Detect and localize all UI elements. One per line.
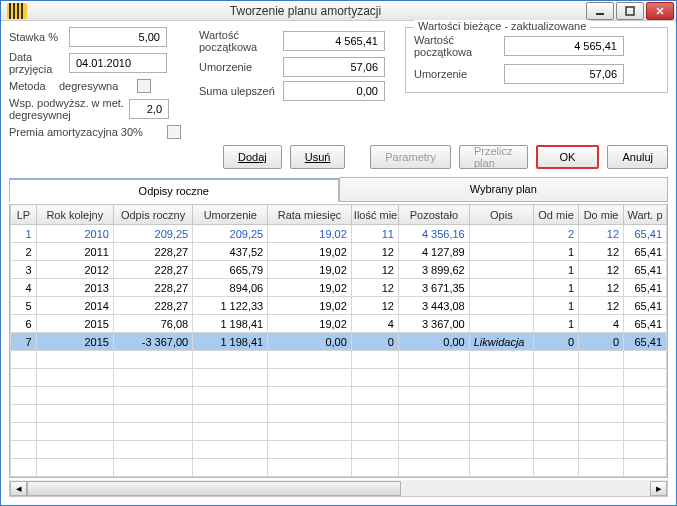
- add-button[interactable]: Dodaj: [223, 145, 282, 169]
- cell[interactable]: 1: [534, 297, 579, 315]
- coef-input[interactable]: 2,0: [129, 99, 169, 119]
- cell[interactable]: 1 122,33: [193, 297, 268, 315]
- cell[interactable]: 65,41: [624, 279, 667, 297]
- cell[interactable]: 0: [351, 333, 398, 351]
- cell[interactable]: 1: [534, 243, 579, 261]
- cell[interactable]: 19,02: [268, 297, 352, 315]
- cell[interactable]: 4 127,89: [398, 243, 469, 261]
- cell[interactable]: 228,27: [113, 243, 192, 261]
- close-button[interactable]: [646, 2, 674, 20]
- cell[interactable]: 5: [11, 297, 37, 315]
- tab-annual[interactable]: Odpisy roczne: [9, 178, 339, 202]
- cell[interactable]: 4: [579, 315, 624, 333]
- cell[interactable]: 12: [579, 225, 624, 243]
- cell[interactable]: 1: [534, 315, 579, 333]
- cell[interactable]: 0,00: [398, 333, 469, 351]
- cell[interactable]: 2015: [36, 333, 113, 351]
- cell[interactable]: 65,41: [624, 261, 667, 279]
- cell[interactable]: 0: [534, 333, 579, 351]
- cell[interactable]: 65,41: [624, 315, 667, 333]
- method-checkbox[interactable]: [137, 79, 151, 93]
- cell[interactable]: 76,08: [113, 315, 192, 333]
- cell[interactable]: 65,41: [624, 333, 667, 351]
- date-input[interactable]: 04.01.2010: [69, 53, 167, 73]
- tab-selected[interactable]: Wybrany plan: [339, 177, 669, 201]
- cell[interactable]: 2: [11, 243, 37, 261]
- cell[interactable]: 4 356,16: [398, 225, 469, 243]
- amortization-table[interactable]: LPRok kolejnyOdpis rocznyUmorzenieRata m…: [10, 204, 667, 477]
- ok-button[interactable]: OK: [536, 145, 600, 169]
- table-row[interactable]: 42013228,27894,0619,02123 671,3511265,41: [11, 279, 667, 297]
- cell[interactable]: 3 367,00: [398, 315, 469, 333]
- cell[interactable]: Likwidacja: [469, 333, 533, 351]
- minimize-button[interactable]: [586, 2, 614, 20]
- cell[interactable]: 665,79: [193, 261, 268, 279]
- cell[interactable]: 228,27: [113, 297, 192, 315]
- cell[interactable]: 12: [579, 279, 624, 297]
- cell[interactable]: [469, 225, 533, 243]
- column-header[interactable]: Umorzenie: [193, 205, 268, 225]
- delete-button[interactable]: Usuń: [290, 145, 346, 169]
- column-header[interactable]: Odpis roczny: [113, 205, 192, 225]
- cell[interactable]: [469, 261, 533, 279]
- cell[interactable]: 11: [351, 225, 398, 243]
- cell[interactable]: 4: [351, 315, 398, 333]
- cell[interactable]: 12: [579, 297, 624, 315]
- cell[interactable]: 12: [351, 261, 398, 279]
- cell[interactable]: 228,27: [113, 261, 192, 279]
- cell[interactable]: 6: [11, 315, 37, 333]
- table-row[interactable]: 12010209,25209,2519,02114 356,1621265,41: [11, 225, 667, 243]
- cell[interactable]: 65,41: [624, 225, 667, 243]
- titlebar[interactable]: Tworzenie planu amortyzacji: [1, 1, 676, 21]
- cell[interactable]: 3 899,62: [398, 261, 469, 279]
- column-header[interactable]: Rok kolejny: [36, 205, 113, 225]
- table-row[interactable]: 32012228,27665,7919,02123 899,6211265,41: [11, 261, 667, 279]
- cell[interactable]: 1: [534, 279, 579, 297]
- cell[interactable]: 0,00: [268, 333, 352, 351]
- column-header[interactable]: Opis: [469, 205, 533, 225]
- cell[interactable]: 65,41: [624, 243, 667, 261]
- cell[interactable]: [469, 243, 533, 261]
- cancel-button[interactable]: Anuluj: [607, 145, 668, 169]
- cell[interactable]: 2012: [36, 261, 113, 279]
- cell[interactable]: [469, 315, 533, 333]
- cell[interactable]: 2010: [36, 225, 113, 243]
- table-row[interactable]: 72015-3 367,001 198,410,0000,00Likwidacj…: [11, 333, 667, 351]
- cell[interactable]: 1: [534, 261, 579, 279]
- cell[interactable]: 2014: [36, 297, 113, 315]
- cell[interactable]: 19,02: [268, 315, 352, 333]
- improv-input[interactable]: 0,00: [283, 81, 385, 101]
- cell[interactable]: 65,41: [624, 297, 667, 315]
- cell[interactable]: 12: [579, 243, 624, 261]
- maximize-button[interactable]: [616, 2, 644, 20]
- cell[interactable]: 2013: [36, 279, 113, 297]
- cell[interactable]: 2011: [36, 243, 113, 261]
- cell[interactable]: 3: [11, 261, 37, 279]
- table-row[interactable]: 52014228,271 122,3319,02123 443,0811265,…: [11, 297, 667, 315]
- cell[interactable]: 1 198,41: [193, 333, 268, 351]
- column-header[interactable]: Rata miesięc: [268, 205, 352, 225]
- scroll-left-icon[interactable]: ◂: [10, 481, 27, 496]
- bonus-checkbox[interactable]: [167, 125, 181, 139]
- cell[interactable]: 12: [351, 279, 398, 297]
- cell[interactable]: 894,06: [193, 279, 268, 297]
- cell[interactable]: 0: [579, 333, 624, 351]
- table-row[interactable]: 6201576,081 198,4119,0243 367,001465,41: [11, 315, 667, 333]
- column-header[interactable]: Wart. p: [624, 205, 667, 225]
- table-row[interactable]: 22011228,27437,5219,02124 127,8911265,41: [11, 243, 667, 261]
- cell[interactable]: 19,02: [268, 225, 352, 243]
- column-header[interactable]: LP: [11, 205, 37, 225]
- cell[interactable]: 1 198,41: [193, 315, 268, 333]
- cell[interactable]: 1: [11, 225, 37, 243]
- column-header[interactable]: Pozostało: [398, 205, 469, 225]
- cell[interactable]: [469, 279, 533, 297]
- cell[interactable]: 228,27: [113, 279, 192, 297]
- horizontal-scrollbar[interactable]: ◂ ▸: [9, 480, 668, 497]
- cell[interactable]: 19,02: [268, 261, 352, 279]
- scroll-thumb[interactable]: [27, 481, 401, 496]
- cell[interactable]: 12: [579, 261, 624, 279]
- cell[interactable]: 209,25: [113, 225, 192, 243]
- cell[interactable]: 3 443,08: [398, 297, 469, 315]
- cell[interactable]: 2: [534, 225, 579, 243]
- cell[interactable]: 12: [351, 297, 398, 315]
